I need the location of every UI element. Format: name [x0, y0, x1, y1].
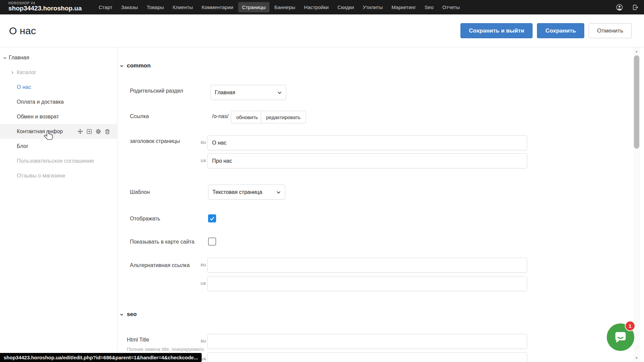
sidebar-item-user-agreement[interactable]: Пользовательское соглашение	[0, 154, 117, 168]
nav-item-products[interactable]: Товары	[143, 2, 168, 12]
nav-item-discounts[interactable]: Скидки	[334, 2, 357, 12]
section-seo-label: seo	[127, 311, 137, 318]
alternative-link-label: Альтернативная ссылка	[130, 262, 190, 268]
lang-ua-badge: UA	[199, 159, 206, 163]
html-title-ua-input[interactable]	[207, 352, 527, 362]
sidebar-item-label: Контактная инфор	[0, 128, 63, 135]
sidebar-item-home[interactable]: Главная	[0, 50, 117, 65]
nav-item-seo[interactable]: Seo	[421, 2, 437, 12]
parent-section-value: Главная	[215, 90, 235, 96]
add-icon[interactable]	[86, 128, 92, 135]
nav-item-banners[interactable]: Баннеры	[271, 2, 299, 12]
display-checkbox[interactable]	[208, 214, 216, 222]
top-menu: Старт Заказы Товары Клиенты Комментарии …	[95, 0, 463, 14]
chevron-down-icon[interactable]	[3, 56, 7, 60]
section-common-label: common	[127, 62, 151, 69]
status-url: shop34423.horoshop.ua/edit/edit.php?id=6…	[4, 355, 198, 360]
logout-icon[interactable]	[632, 4, 639, 11]
chevron-down-icon	[119, 64, 124, 68]
parent-section-label: Родительский раздел	[130, 88, 183, 94]
sidebar-item-store-reviews[interactable]: Отзывы о магазине	[0, 168, 117, 183]
delete-icon[interactable]	[104, 128, 110, 135]
page-title: О нас	[9, 25, 36, 37]
top-navigation-bar: HOROSHOP V4 shop34423.horoshop.ua Старт …	[0, 0, 644, 14]
nav-item-marketing[interactable]: Маркетинг	[388, 2, 419, 12]
sidebar-item-blog[interactable]: Блог	[0, 139, 117, 154]
brand-domain-label: shop34423.horoshop.ua	[8, 5, 82, 12]
chat-bubble-icon	[613, 329, 628, 345]
save-and-exit-button[interactable]: Сохранить и выйти	[460, 23, 533, 38]
html-title-label: Html Title	[127, 337, 149, 343]
html-title-ru-input[interactable]	[207, 334, 527, 349]
nav-item-reports[interactable]: Отчеты	[439, 2, 463, 12]
scroll-down-arrow[interactable]: ▼	[633, 356, 640, 360]
account-icon[interactable]	[616, 4, 623, 11]
sidebar-item-label: Оплата и доставка	[0, 99, 64, 105]
lang-ua-badge: UA	[199, 281, 206, 286]
page-heading-ru-input[interactable]	[207, 135, 527, 150]
brand-logo[interactable]: HOROSHOP V4 shop34423.horoshop.ua	[8, 1, 82, 12]
sidebar-item-about[interactable]: О нас	[0, 80, 117, 95]
chevron-right-icon[interactable]	[10, 70, 14, 75]
scrollbar-thumb[interactable]	[634, 55, 639, 149]
sidebar-item-payment-delivery[interactable]: Оплата и доставка	[0, 95, 117, 109]
move-icon[interactable]	[77, 128, 83, 135]
sidebar-item-label: Отзывы о магазине	[0, 173, 65, 179]
alternative-link-ua-input[interactable]	[207, 276, 527, 291]
nav-item-orders[interactable]: Заказы	[117, 2, 142, 12]
cancel-button[interactable]: Отменить	[589, 23, 632, 38]
sidebar-item-catalog[interactable]: Каталог	[0, 65, 117, 80]
nav-item-clients[interactable]: Клиенты	[169, 2, 197, 12]
template-value: Текстовая страница	[212, 189, 262, 195]
scroll-up-arrow[interactable]: ▲	[633, 50, 640, 53]
sidebar-item-contact-info[interactable]: Контактная инфор	[0, 124, 117, 139]
nav-item-settings[interactable]: Настройки	[300, 2, 333, 12]
alternative-link-ru-input[interactable]	[207, 258, 527, 273]
save-button[interactable]: Сохранить	[537, 23, 584, 38]
section-seo-header[interactable]: seo	[119, 311, 137, 318]
vertical-scrollbar[interactable]: ▲ ▼	[633, 47, 640, 362]
chevron-down-icon	[119, 312, 124, 317]
page-heading-label: заголовок страницы	[130, 138, 180, 144]
show-in-sitemap-label: Показывать в карте сайта	[130, 239, 194, 245]
parent-section-select[interactable]: Главная	[210, 85, 286, 100]
chevron-down-icon	[277, 90, 282, 95]
html-title-hint: Полная замена title, генерируемого	[127, 347, 204, 352]
lang-ru-badge: RU	[199, 141, 206, 145]
link-status-bar: shop34423.horoshop.ua/edit/edit.php?id=6…	[0, 353, 202, 362]
lang-ru-badge: RU	[199, 339, 206, 343]
page-heading-ua-input[interactable]	[207, 153, 527, 168]
pages-tree-sidebar: Главная Каталог О нас Оплата и доставка …	[0, 47, 117, 362]
link-update-button[interactable]: обновить	[231, 111, 263, 123]
show-in-sitemap-checkbox[interactable]	[208, 238, 216, 246]
link-label: Ссылка	[130, 113, 149, 119]
template-select[interactable]: Текстовая страница	[208, 185, 285, 200]
sidebar-item-label: Пользовательское соглашение	[0, 158, 94, 164]
chat-unread-badge: 1	[625, 321, 635, 331]
page-header: О нас Сохранить и выйти Сохранить Отмени…	[0, 14, 644, 47]
sidebar-item-label: Блог	[0, 143, 29, 149]
nav-item-comments[interactable]: Комментарии	[198, 2, 237, 12]
nav-item-utilities[interactable]: Утилиты	[359, 2, 387, 12]
link-value: /o-nas/	[212, 113, 229, 119]
template-label: Шаблон	[130, 189, 150, 195]
lang-ru-badge: RU	[199, 263, 206, 267]
sidebar-item-exchange-return[interactable]: Обмен и возврат	[0, 109, 117, 124]
chevron-down-icon	[276, 190, 281, 195]
sidebar-item-label: Каталог	[0, 69, 36, 75]
nav-item-start[interactable]: Старт	[95, 2, 116, 12]
display-label: Отображать	[130, 216, 160, 222]
check-icon	[209, 216, 215, 221]
link-edit-button[interactable]: редактировать	[261, 111, 306, 123]
nav-item-pages[interactable]: Страницы	[238, 2, 269, 12]
sidebar-item-label: Обмен и возврат	[0, 114, 59, 120]
section-common-header[interactable]: common	[119, 62, 151, 69]
settings-icon[interactable]	[95, 128, 101, 135]
sidebar-item-label: О нас	[0, 84, 31, 90]
